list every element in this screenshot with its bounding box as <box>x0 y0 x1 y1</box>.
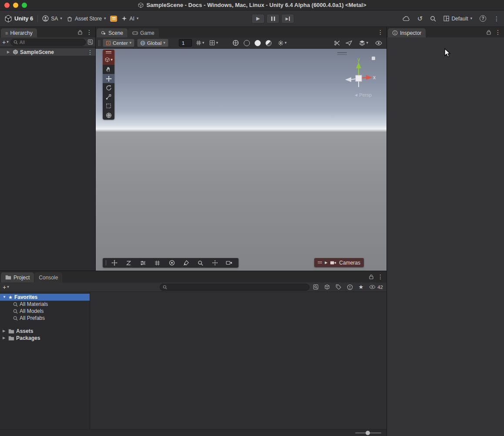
scene-viewport[interactable]: ▾ <box>96 49 386 271</box>
effects-toggle[interactable] <box>265 40 272 46</box>
toolbar-overflow-button[interactable]: ⋮ <box>494 16 500 22</box>
search-icon <box>163 285 167 289</box>
project-menu-button[interactable]: ⋮ <box>377 274 383 280</box>
hierarchy-search-input[interactable] <box>20 40 83 45</box>
grid-snap-dropdown[interactable]: ▾ <box>195 39 206 47</box>
create-asset-button[interactable]: + ▾ <box>3 284 9 290</box>
effects-dropdown[interactable]: ▾ <box>276 39 288 47</box>
scale-tool[interactable] <box>103 92 114 101</box>
hierarchy-item-samplescene[interactable]: ▶ SampleScene ⋮ <box>0 48 95 56</box>
snap-increment-dropdown[interactable]: ▾ <box>208 39 219 47</box>
camera-flythrough-toggle[interactable] <box>346 40 352 46</box>
lock-icon[interactable] <box>369 274 373 279</box>
hierarchy-menu-button[interactable]: ⋮ <box>86 29 92 35</box>
gizmos-dropdown[interactable]: ▾ <box>358 39 370 47</box>
sliders-overlay-button[interactable] <box>136 258 150 268</box>
cameras-overlay[interactable]: ▶ Cameras <box>314 258 364 267</box>
ai-button[interactable]: AI ▾ <box>121 16 138 22</box>
save-search-star-icon[interactable]: ★ <box>359 284 364 290</box>
close-window-button[interactable] <box>4 3 10 8</box>
search-overlay-button[interactable] <box>193 258 208 268</box>
project-content-area[interactable] <box>90 292 386 429</box>
pause-button[interactable] <box>266 14 279 23</box>
move-tool[interactable] <box>103 74 114 83</box>
import-log-icon[interactable] <box>347 284 353 290</box>
favorite-all-models[interactable]: All Models <box>0 308 90 315</box>
camera-settings-toggle[interactable] <box>232 40 239 46</box>
add-gameobject-button[interactable]: + ▾ <box>2 39 9 45</box>
step-button[interactable]: ▶ <box>281 14 294 23</box>
audio-toggle[interactable] <box>255 40 261 46</box>
hierarchy-item-menu-button[interactable]: ⋮ <box>87 49 93 55</box>
paint-overlay-button[interactable] <box>179 258 193 268</box>
search-by-type-icon[interactable] <box>324 284 330 290</box>
favorite-all-prefabs[interactable]: All Prefabs <box>0 315 90 322</box>
disclosure-triangle-icon[interactable]: ▼ <box>3 295 7 299</box>
transform-tool[interactable] <box>103 111 114 120</box>
rotate-tool[interactable] <box>103 83 114 92</box>
hierarchy-search[interactable] <box>10 39 86 46</box>
tab-inspector[interactable]: Inspector <box>388 28 426 37</box>
rect-tool[interactable] <box>103 101 114 111</box>
history-button[interactable]: ↺ <box>417 15 423 22</box>
search-picker-icon[interactable] <box>87 39 93 45</box>
lighting-toggle[interactable] <box>244 40 250 46</box>
disclosure-triangle-icon[interactable]: ▶ <box>3 336 7 340</box>
asset-store-label: Asset Store <box>75 16 102 22</box>
pivot-dropdown[interactable]: Center ▾ <box>103 39 134 47</box>
tab-scene[interactable]: Scene <box>97 28 128 37</box>
toolbar-grip[interactable] <box>98 40 100 46</box>
camera-preview-overlay-button[interactable] <box>222 258 236 268</box>
search-by-label-icon[interactable] <box>336 284 341 290</box>
disclosure-triangle-icon[interactable]: ▶ <box>7 50 11 54</box>
tools-overlay-grip[interactable] <box>103 50 114 55</box>
scene-view-eye-toggle[interactable] <box>375 40 382 46</box>
scene-menu-button[interactable]: ⋮ <box>377 29 383 35</box>
play-button[interactable]: ▶ <box>252 14 265 23</box>
help-button[interactable]: ? <box>480 15 486 22</box>
layout-dropdown[interactable]: Default ▾ <box>444 16 472 22</box>
grid-overlay-button[interactable] <box>150 258 165 268</box>
hierarchy-tabbar: ≡ Hierarchy ⋮ <box>0 27 95 37</box>
projection-label[interactable]: ◀ Persp <box>355 92 372 97</box>
asset-store-button[interactable]: Asset Store ▾ <box>67 16 106 22</box>
zoom-window-button[interactable] <box>22 3 27 8</box>
transform-overlay-button[interactable] <box>107 258 121 268</box>
packages-folder-row[interactable]: ▶ Packages <box>0 335 90 342</box>
orientation-overlay-button[interactable] <box>165 258 179 268</box>
minimize-window-button[interactable] <box>13 3 18 8</box>
tab-game[interactable]: Game <box>128 28 159 37</box>
zoom-slider-knob[interactable] <box>366 431 370 435</box>
notifications-button[interactable] <box>110 16 117 22</box>
view-options-tool[interactable]: ▾ <box>103 55 114 65</box>
inspector-menu-button[interactable]: ⋮ <box>495 29 501 35</box>
tab-console[interactable]: Console <box>34 272 62 282</box>
orientation-gizmo[interactable]: y x <box>343 55 378 98</box>
lock-icon[interactable] <box>487 30 491 35</box>
account-button[interactable]: SA ▾ <box>42 15 62 22</box>
cameras-expand-icon[interactable]: ▶ <box>325 261 327 265</box>
search-picker-icon[interactable] <box>313 284 319 290</box>
tab-project[interactable]: Project <box>1 272 34 282</box>
search-button[interactable] <box>430 16 436 22</box>
grid-size-input[interactable] <box>179 39 192 47</box>
focus-overlay-button[interactable] <box>208 258 222 268</box>
tab-inspector-label: Inspector <box>400 30 421 36</box>
visibility-count-toggle[interactable]: 42 <box>369 285 383 290</box>
favorites-row[interactable]: ▼ ★ Favorites <box>0 294 90 301</box>
project-search[interactable] <box>160 284 309 291</box>
cameras-overlay-grip[interactable] <box>318 262 322 264</box>
tab-hierarchy[interactable]: ≡ Hierarchy <box>1 28 37 37</box>
orientation-dropdown[interactable]: Global ▾ <box>137 39 168 47</box>
lock-icon[interactable] <box>78 30 82 35</box>
project-search-input[interactable] <box>169 285 306 290</box>
cloud-button[interactable] <box>403 16 410 21</box>
thumbnail-zoom-slider[interactable] <box>355 433 381 433</box>
disclosure-triangle-icon[interactable]: ▶ <box>3 329 7 333</box>
hand-tool[interactable] <box>103 65 114 74</box>
assets-folder-row[interactable]: ▶ Assets <box>0 328 90 335</box>
constraint-overlay-button[interactable] <box>121 258 136 268</box>
favorite-all-materials[interactable]: All Materials <box>0 301 90 308</box>
tab-scene-label: Scene <box>108 30 123 36</box>
scene-visibility-toggle[interactable] <box>334 40 340 46</box>
